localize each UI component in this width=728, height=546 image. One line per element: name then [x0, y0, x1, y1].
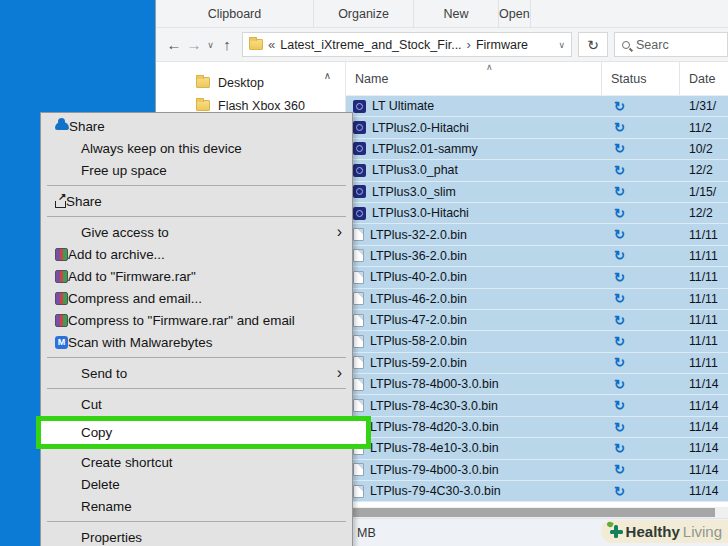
- back-button[interactable]: ←: [164, 36, 184, 53]
- breadcrumb-separator-icon: ›: [467, 37, 471, 52]
- file-row[interactable]: LTPlus-79-4C30-3.0.bin 11/14: [346, 481, 728, 502]
- menu-item-label: Always keep on this device: [81, 141, 337, 156]
- file-name-cell: LTPlus3.0-Hitachi: [346, 206, 601, 220]
- search-input[interactable]: Searc: [614, 32, 728, 57]
- context-menu-item[interactable]: Send to: [41, 362, 352, 384]
- file-row[interactable]: LTPlus-36-2.0.bin 11/11: [346, 246, 728, 267]
- tree-item[interactable]: Desktop: [156, 71, 345, 94]
- context-menu-item[interactable]: Share: [41, 115, 352, 137]
- context-menu-item[interactable]: Copy: [36, 416, 371, 449]
- menu-item-label: Share: [69, 119, 337, 134]
- context-menu-item[interactable]: Add to archive...: [41, 243, 352, 265]
- scrollbar-thumb[interactable]: [348, 508, 715, 517]
- file-row[interactable]: LTPlus-47-2.0.bin 11/11: [346, 310, 728, 331]
- context-menu-item[interactable]: Free up space: [41, 159, 352, 181]
- file-row[interactable]: LTPlus-79-4b00-3.0.bin 11/14: [346, 460, 728, 481]
- menu-item-icon: [55, 292, 68, 305]
- ribbon-group[interactable]: Organize: [314, 0, 414, 27]
- file-row[interactable]: LTPlus-40-2.0.bin 11/11: [346, 267, 728, 288]
- file-row[interactable]: LTPlus-46-2.0.bin 11/11: [346, 289, 728, 310]
- menu-item-icon: [55, 122, 69, 130]
- file-name-cell: LTPlus-79-4C30-3.0.bin: [346, 484, 601, 498]
- context-menu-item[interactable]: Create shortcut: [41, 451, 352, 473]
- context-menu-item[interactable]: Delete: [41, 473, 352, 495]
- sync-status-icon: [614, 313, 625, 328]
- file-status-cell: [601, 462, 679, 477]
- file-name-cell: LTPlus2.01-sammy: [346, 142, 601, 156]
- file-row[interactable]: LTPlus3.0-Hitachi 12/2: [346, 203, 728, 224]
- file-status-cell: [601, 141, 679, 156]
- file-row[interactable]: LTPlus3.0_phat 12/2: [346, 160, 728, 181]
- context-menu-item[interactable]: Properties: [41, 526, 352, 546]
- sort-ascending-icon: [486, 62, 493, 72]
- file-name-cell: LTPlus-32-2.0.bin: [346, 228, 601, 242]
- ribbon-group[interactable]: Open: [499, 0, 531, 27]
- file-row[interactable]: LT Ultimate 1/31/: [346, 96, 728, 117]
- ribbon-group[interactable]: Clipboard: [156, 0, 314, 27]
- file-type-icon: [353, 378, 364, 391]
- file-name-cell: LTPlus-78-4b00-3.0.bin: [346, 377, 601, 391]
- column-header-date[interactable]: Date: [679, 62, 728, 95]
- file-name: LTPlus-79-4b00-3.0.bin: [370, 463, 499, 477]
- file-row[interactable]: LTPlus-59-2.0.bin 11/11: [346, 353, 728, 374]
- menu-item-label: Scan with Malwarebytes: [68, 335, 337, 350]
- file-row[interactable]: LTPlus-78-4e10-3.0.bin 11/14: [346, 438, 728, 459]
- file-status-cell: [601, 270, 679, 285]
- ribbon-group[interactable]: New: [414, 0, 499, 27]
- context-menu-item[interactable]: Compress and email...: [41, 287, 352, 309]
- file-type-icon: [353, 356, 364, 369]
- breadcrumb-current[interactable]: Firmware: [476, 38, 528, 52]
- file-name: LTPlus-32-2.0.bin: [370, 228, 467, 242]
- context-menu-item[interactable]: Cut: [41, 393, 352, 415]
- file-row[interactable]: LTPlus2.01-sammy 10/2: [346, 139, 728, 160]
- file-name-cell: LTPlus-58-2.0.bin: [346, 334, 601, 348]
- file-row[interactable]: LTPlus-78-4d20-3.0.bin 11/14: [346, 417, 728, 438]
- file-date: 11/14: [679, 399, 728, 413]
- context-menu-item[interactable]: Compress to "Firmware.rar" and email: [41, 309, 352, 331]
- sync-status-icon: [614, 420, 625, 435]
- refresh-button[interactable]: ↻: [578, 32, 608, 57]
- file-name-cell: LTPlus3.0_phat: [346, 163, 601, 177]
- file-date: 11/14: [679, 377, 728, 391]
- menu-item-icon: [55, 270, 68, 283]
- file-date: 11/11: [679, 270, 728, 284]
- column-header-status[interactable]: Status: [601, 62, 679, 95]
- file-status-cell: [601, 99, 679, 114]
- file-name-cell: LTPlus3.0_slim: [346, 185, 601, 199]
- file-row[interactable]: LTPlus-32-2.0.bin 11/11: [346, 224, 728, 245]
- context-menu-item[interactable]: Add to "Firmware.rar": [41, 265, 352, 287]
- context-menu-item[interactable]: Always keep on this device: [41, 137, 352, 159]
- menu-item-label: Delete: [81, 477, 337, 492]
- scroll-up-icon[interactable]: ∧: [324, 70, 331, 81]
- file-name: LTPlus-78-4e10-3.0.bin: [370, 441, 499, 455]
- horizontal-scrollbar[interactable]: [346, 507, 728, 518]
- file-row[interactable]: LTPlus-78-4c30-3.0.bin 11/14: [346, 395, 728, 416]
- tree-item-label: Flash Xbox 360: [218, 99, 305, 113]
- file-status-cell: [601, 355, 679, 370]
- address-dropdown-chevron-icon[interactable]: ∨: [558, 40, 565, 50]
- sync-status-icon: [614, 355, 625, 370]
- address-bar[interactable]: « Latest_iXtreme_and_Stock_Fir... › Firm…: [242, 32, 572, 57]
- breadcrumb-parent[interactable]: Latest_iXtreme_and_Stock_Fir...: [280, 38, 461, 52]
- sync-status-icon: [614, 334, 625, 349]
- recent-locations-chevron-icon[interactable]: ∨: [204, 40, 217, 50]
- menu-item-label: Rename: [81, 499, 337, 514]
- sync-status-icon: [614, 377, 625, 392]
- file-row[interactable]: LTPlus-58-2.0.bin 11/11: [346, 331, 728, 352]
- column-headers: Name Status Date: [346, 62, 728, 96]
- context-menu-item[interactable]: Give access to: [41, 221, 352, 243]
- file-type-icon: [353, 207, 366, 220]
- context-menu-item[interactable]: Rename: [41, 495, 352, 517]
- column-header-name[interactable]: Name: [346, 72, 601, 86]
- forward-button[interactable]: →: [184, 36, 204, 53]
- file-row[interactable]: LTPlus2.0-Hitachi 11/2: [346, 117, 728, 138]
- breadcrumb-root-chevrons[interactable]: «: [268, 37, 275, 52]
- file-row[interactable]: LTPlus3.0_slim 1/15/: [346, 182, 728, 203]
- context-menu-item[interactable]: Scan with Malwarebytes: [41, 331, 352, 353]
- up-button[interactable]: ↑: [217, 36, 237, 53]
- context-menu-item[interactable]: Share: [41, 190, 352, 212]
- navigation-bar: ← → ∨ ↑ « Latest_iXtreme_and_Stock_Fir..…: [156, 28, 728, 62]
- menu-item-label: Share: [66, 194, 337, 209]
- plus-leaf-icon: [610, 525, 623, 538]
- file-row[interactable]: LTPlus-78-4b00-3.0.bin 11/14: [346, 374, 728, 395]
